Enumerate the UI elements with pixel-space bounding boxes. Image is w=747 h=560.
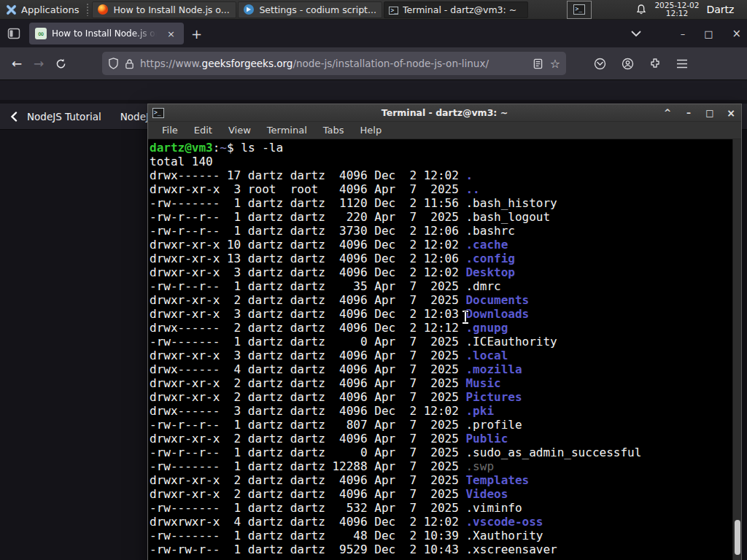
window-maximize-button[interactable]: □ [704, 28, 713, 39]
applications-menu[interactable]: Applications [0, 0, 85, 19]
terminal-line: -rw-r--r-- 1 dartz dartz 0 Apr 7 2025 .s… [150, 446, 741, 459]
xfce-logo-icon [6, 4, 17, 15]
menu-hamburger-icon[interactable] [676, 59, 688, 69]
terminal-screen[interactable]: dartz@vm3:~$ ls -latotal 140drwx------ 1… [148, 139, 741, 560]
terminal-line: -rw------- 1 dartz dartz 0 Apr 7 2025 .I… [150, 335, 741, 349]
lock-icon[interactable] [125, 58, 134, 69]
bookmark-star-icon[interactable]: ☆ [550, 57, 560, 71]
window-minimize-button[interactable]: – [681, 28, 686, 39]
file-name: .config [465, 252, 514, 265]
clock-time: 12:12 [654, 9, 699, 18]
terminal-icon: >_ [389, 4, 398, 15]
taskbar-window-button-firefox[interactable]: How to Install Node.js o... [92, 1, 236, 18]
terminal-line: -rw------- 1 dartz dartz 12288 Apr 7 202… [150, 459, 741, 473]
terminal-line: drwxrwxr-x 4 dartz dartz 4096 Dec 2 12:0… [150, 515, 741, 529]
terminal-line: drwxr-xr-x 2 dartz dartz 4096 Apr 7 2025… [150, 432, 741, 446]
desktop-panel: Applications How to Install Node.js o...… [0, 0, 747, 20]
terminal-line: -rw------- 1 dartz dartz 48 Dec 2 10:39 … [150, 529, 741, 542]
file-name: .cache [465, 238, 508, 252]
file-name: .vscode-oss [465, 515, 543, 529]
terminal-line: drwx------ 3 dartz dartz 4096 Dec 2 12:0… [150, 404, 741, 418]
terminal-line: drwxr-xr-x 2 dartz dartz 4096 Apr 7 2025… [150, 390, 741, 404]
file-name: Downloads [465, 307, 529, 321]
terminal-menu-view[interactable]: View [222, 123, 258, 137]
file-name: .bash_history [465, 196, 557, 210]
taskbar-window-title: How to Install Node.js o... [113, 4, 229, 15]
terminal-line: drwxr-xr-x 2 dartz dartz 4096 Apr 7 2025… [150, 473, 741, 487]
terminal-line: drwxr-xr-x 3 dartz dartz 4096 Dec 2 12:0… [150, 265, 741, 279]
terminal-line: drwxr-xr-x 13 dartz dartz 4096 Dec 2 12:… [150, 252, 741, 265]
file-name: Music [465, 376, 500, 390]
window-button-list: How to Install Node.js o...Settings - co… [91, 1, 529, 18]
terminal-line: -rw-r--r-- 1 dartz dartz 35 Apr 7 2025 .… [150, 279, 741, 293]
terminal-tray-icon[interactable]: >_ [567, 1, 592, 19]
navigation-toolbar: ← → https://www.geeksforgeeks.org/node-j… [0, 47, 747, 80]
taskbar-window-button-vscodium[interactable]: Settings - codium script... [238, 1, 382, 18]
terminal-scrollbar[interactable] [732, 139, 741, 560]
terminal-line: drwxr-xr-x 2 dartz dartz 4096 Apr 7 2025… [150, 376, 741, 390]
back-button[interactable]: ← [6, 52, 28, 74]
terminal-line: drwx------ 17 dartz dartz 4096 Dec 2 12:… [150, 168, 741, 182]
tab-title: How to Install Node.js on [52, 28, 159, 39]
file-name: .swp [465, 459, 494, 473]
taskbar-window-title: Terminal - dartz@vm3: ~ [403, 4, 516, 15]
file-name: Documents [465, 293, 529, 307]
terminal-maximize-button[interactable]: □ [704, 108, 716, 118]
url-text: https://www.geeksforgeeks.org/node-js/in… [140, 58, 527, 69]
terminal-menu-terminal[interactable]: Terminal [260, 123, 314, 137]
nav-item-nodejs-tutorial[interactable]: NodeJS Tutorial [27, 111, 101, 122]
terminal-titlebar[interactable]: >_ Terminal - dartz@vm3: ~ ^ – □ × [148, 104, 741, 122]
terminal-output: dartz@vm3:~$ ls -latotal 140drwx------ 1… [148, 139, 741, 556]
taskbar-window-button-terminal[interactable]: >_Terminal - dartz@vm3: ~ [384, 1, 528, 18]
scrollbar-thumb[interactable] [735, 520, 740, 555]
applications-label: Applications [21, 4, 79, 15]
panel-separator [86, 3, 90, 16]
tracking-shield-icon[interactable] [108, 58, 119, 69]
terminal-close-button[interactable]: × [725, 107, 737, 119]
terminal-menu-help[interactable]: Help [354, 123, 389, 137]
url-domain: geeksforgeeks.org [202, 58, 293, 69]
terminal-minimize-button[interactable]: – [683, 108, 694, 118]
panel-username[interactable]: Dartz [706, 4, 734, 15]
firefox-view-icon[interactable] [7, 28, 20, 39]
file-name: .Xauthority [465, 529, 543, 542]
forward-button[interactable]: → [28, 52, 50, 74]
terminal-menu-edit[interactable]: Edit [187, 123, 219, 137]
file-name: Desktop [465, 265, 514, 279]
extensions-icon[interactable] [649, 58, 661, 69]
panel-clock[interactable]: 2025-12-02 12:12 [654, 1, 699, 18]
file-name: .gnupg [465, 321, 508, 335]
list-all-tabs-icon[interactable] [631, 31, 641, 37]
file-name: Templates [465, 473, 529, 487]
account-icon[interactable] [622, 58, 634, 70]
terminal-line: -rw------- 1 dartz dartz 1120 Dec 2 11:5… [150, 196, 741, 210]
file-name: .pki [465, 404, 494, 418]
reader-mode-icon[interactable] [533, 58, 543, 69]
reload-button[interactable] [50, 52, 71, 74]
window-close-button[interactable]: × [732, 27, 741, 40]
browser-tab-active[interactable]: ∞ How to Install Node.js on × [29, 23, 184, 44]
taskbar-window-title: Settings - codium script... [259, 4, 376, 15]
terminal-line: -rw-rw-r-- 1 dartz dartz 9529 Dec 2 10:4… [150, 542, 741, 556]
terminal-icon: >_ [152, 108, 164, 118]
new-tab-button[interactable]: + [184, 25, 209, 43]
nav-scroll-left-icon[interactable] [10, 112, 18, 122]
file-name: .bash_logout [465, 210, 550, 224]
terminal-shade-button[interactable]: ^ [662, 108, 673, 118]
terminal-line: drwxr-xr-x 3 root root 4096 Apr 7 2025 .… [150, 182, 741, 196]
pocket-icon[interactable] [594, 58, 606, 70]
url-bar[interactable]: https://www.geeksforgeeks.org/node-js/in… [102, 52, 566, 75]
terminal-line: drwx------ 4 dartz dartz 4096 Apr 7 2025… [150, 362, 741, 376]
terminal-menu-tabs[interactable]: Tabs [317, 123, 351, 137]
file-name: .sudo_as_admin_successful [465, 446, 641, 459]
terminal-line: drwxr-xr-x 2 dartz dartz 4096 Apr 7 2025… [150, 487, 741, 501]
terminal-menu-file[interactable]: File [155, 123, 185, 137]
file-name: .local [465, 349, 508, 362]
file-name: .. [465, 182, 479, 196]
terminal-window: >_ Terminal - dartz@vm3: ~ ^ – □ × FileE… [147, 104, 742, 560]
terminal-line: drwx------ 2 dartz dartz 4096 Dec 2 12:1… [150, 321, 741, 335]
terminal-line: drwxr-xr-x 2 dartz dartz 4096 Apr 7 2025… [150, 293, 741, 307]
tab-close-icon[interactable]: × [164, 28, 178, 40]
file-name: .mozilla [465, 362, 522, 376]
notification-bell-icon[interactable] [635, 4, 647, 15]
